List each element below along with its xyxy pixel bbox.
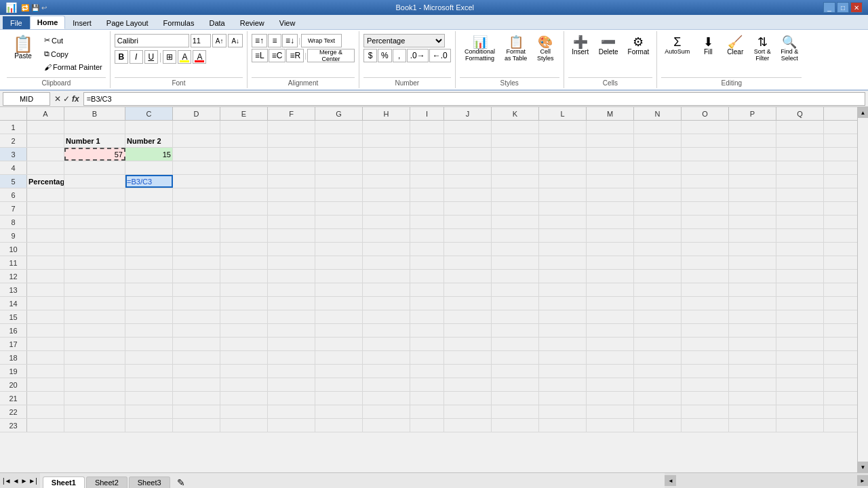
cell-j13[interactable] bbox=[444, 283, 492, 296]
cell-b6[interactable] bbox=[64, 188, 125, 201]
conditional-formatting-button[interactable]: 📊 ConditionalFormatting bbox=[461, 34, 498, 64]
cell-q15[interactable] bbox=[776, 310, 824, 323]
cell-q14[interactable] bbox=[776, 297, 824, 310]
cell-g23[interactable] bbox=[315, 419, 363, 432]
row-header-7[interactable]: 7 bbox=[0, 202, 27, 215]
cell-o15[interactable] bbox=[682, 310, 729, 323]
col-header-b[interactable]: B bbox=[64, 107, 125, 120]
cell-i22[interactable] bbox=[410, 405, 444, 418]
row-header-17[interactable]: 17 bbox=[0, 338, 27, 350]
cell-b21[interactable] bbox=[64, 392, 125, 405]
cell-f23[interactable] bbox=[268, 419, 315, 432]
cell-q12[interactable] bbox=[776, 270, 824, 283]
cell-c12[interactable] bbox=[125, 270, 173, 283]
cell-o13[interactable] bbox=[682, 283, 729, 296]
cell-d14[interactable] bbox=[173, 297, 220, 310]
tab-view[interactable]: View bbox=[272, 16, 303, 29]
cell-l18[interactable] bbox=[539, 351, 587, 364]
cell-e8[interactable] bbox=[220, 216, 268, 228]
cell-a12[interactable] bbox=[27, 270, 64, 283]
cell-k11[interactable] bbox=[492, 256, 539, 269]
cell-g7[interactable] bbox=[315, 202, 363, 215]
tab-file[interactable]: File bbox=[3, 16, 30, 29]
cell-i3[interactable] bbox=[410, 148, 444, 161]
cell-a19[interactable] bbox=[27, 365, 64, 378]
italic-button[interactable]: I bbox=[130, 50, 143, 64]
cell-b15[interactable] bbox=[64, 310, 125, 323]
cell-h16[interactable] bbox=[363, 324, 410, 337]
cell-o22[interactable] bbox=[682, 405, 729, 418]
font-shrink-button[interactable]: A↓ bbox=[228, 34, 243, 47]
cell-l7[interactable] bbox=[539, 202, 587, 215]
cell-l10[interactable] bbox=[539, 243, 587, 256]
cell-l17[interactable] bbox=[539, 338, 587, 350]
cell-q23[interactable] bbox=[776, 419, 824, 432]
cell-c22[interactable] bbox=[125, 405, 173, 418]
col-header-m[interactable]: M bbox=[587, 107, 634, 120]
cell-a7[interactable] bbox=[27, 202, 64, 215]
tab-insert[interactable]: Insert bbox=[65, 16, 99, 29]
cell-d6[interactable] bbox=[173, 188, 220, 201]
cell-q20[interactable] bbox=[776, 378, 824, 391]
cut-button[interactable]: ✂ Cut bbox=[41, 34, 106, 47]
cell-e1[interactable] bbox=[220, 121, 268, 134]
cell-h11[interactable] bbox=[363, 256, 410, 269]
horizontal-scrollbar[interactable]: ◄ ► bbox=[665, 475, 868, 486]
cell-q11[interactable] bbox=[776, 256, 824, 269]
scroll-up-button[interactable]: ▲ bbox=[858, 107, 868, 118]
cell-m10[interactable] bbox=[587, 243, 634, 256]
cell-k17[interactable] bbox=[492, 338, 539, 350]
cell-p22[interactable] bbox=[729, 405, 776, 418]
cell-m23[interactable] bbox=[587, 419, 634, 432]
cell-e10[interactable] bbox=[220, 243, 268, 256]
cell-a9[interactable] bbox=[27, 229, 64, 242]
cell-o12[interactable] bbox=[682, 270, 729, 283]
cell-a11[interactable] bbox=[27, 256, 64, 269]
cell-e17[interactable] bbox=[220, 338, 268, 350]
cell-b3[interactable]: 57 bbox=[64, 148, 125, 161]
cell-h14[interactable] bbox=[363, 297, 410, 310]
cell-o16[interactable] bbox=[682, 324, 729, 337]
col-header-k[interactable]: K bbox=[492, 107, 539, 120]
cell-m12[interactable] bbox=[587, 270, 634, 283]
cell-m6[interactable] bbox=[587, 188, 634, 201]
cell-o2[interactable] bbox=[682, 134, 729, 147]
cell-g22[interactable] bbox=[315, 405, 363, 418]
cell-p12[interactable] bbox=[729, 270, 776, 283]
clear-button[interactable]: 🧹 Clear bbox=[723, 34, 747, 58]
row-header-18[interactable]: 18 bbox=[0, 351, 27, 364]
cell-d15[interactable] bbox=[173, 310, 220, 323]
cell-k22[interactable] bbox=[492, 405, 539, 418]
cell-f13[interactable] bbox=[268, 283, 315, 296]
col-header-i[interactable]: I bbox=[410, 107, 444, 120]
cell-q18[interactable] bbox=[776, 351, 824, 364]
cell-j7[interactable] bbox=[444, 202, 492, 215]
tab-formulas[interactable]: Formulas bbox=[156, 16, 202, 29]
cell-n22[interactable] bbox=[634, 405, 682, 418]
cell-h9[interactable] bbox=[363, 229, 410, 242]
cell-f12[interactable] bbox=[268, 270, 315, 283]
cell-p14[interactable] bbox=[729, 297, 776, 310]
col-header-g[interactable]: G bbox=[315, 107, 363, 120]
row-header-5[interactable]: 5 bbox=[0, 175, 27, 188]
cell-c5[interactable]: =B3/C3 bbox=[125, 175, 173, 188]
cell-g20[interactable] bbox=[315, 378, 363, 391]
cell-k7[interactable] bbox=[492, 202, 539, 215]
cell-j2[interactable] bbox=[444, 134, 492, 147]
cell-f22[interactable] bbox=[268, 405, 315, 418]
cell-c19[interactable] bbox=[125, 365, 173, 378]
cell-f21[interactable] bbox=[268, 392, 315, 405]
cell-o17[interactable] bbox=[682, 338, 729, 350]
cell-l15[interactable] bbox=[539, 310, 587, 323]
cell-h13[interactable] bbox=[363, 283, 410, 296]
cell-o18[interactable] bbox=[682, 351, 729, 364]
cell-i12[interactable] bbox=[410, 270, 444, 283]
cell-a13[interactable] bbox=[27, 283, 64, 296]
cell-p9[interactable] bbox=[729, 229, 776, 242]
cell-b16[interactable] bbox=[64, 324, 125, 337]
cell-h6[interactable] bbox=[363, 188, 410, 201]
comma-button[interactable]: , bbox=[393, 49, 406, 62]
cell-j9[interactable] bbox=[444, 229, 492, 242]
tab-review[interactable]: Review bbox=[233, 16, 272, 29]
cell-g16[interactable] bbox=[315, 324, 363, 337]
